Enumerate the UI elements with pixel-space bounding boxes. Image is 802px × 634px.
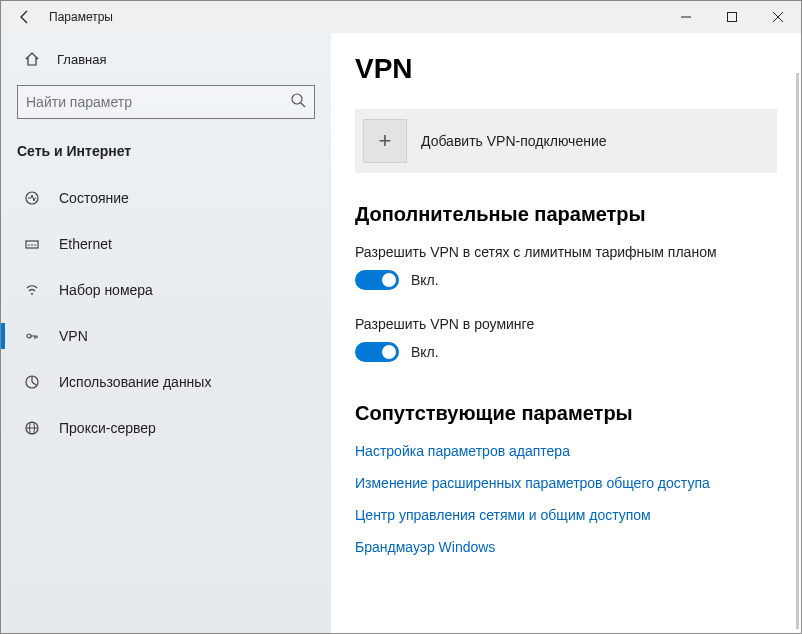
add-vpn-label: Добавить VPN-подключение (421, 133, 607, 149)
svg-point-8 (31, 293, 33, 295)
link-firewall[interactable]: Брандмауэр Windows (355, 539, 777, 555)
sidebar-item-label: Использование данных (59, 374, 211, 390)
roaming-vpn-label: Разрешить VPN в роуминге (355, 316, 777, 332)
link-network-center[interactable]: Центр управления сетями и общим доступом (355, 507, 777, 523)
sidebar-item-proxy[interactable]: Прокси-сервер (1, 405, 331, 451)
back-button[interactable] (1, 1, 49, 33)
search-input[interactable] (17, 85, 315, 119)
settings-window: Параметры Главная Сеть и Интернет (0, 0, 802, 634)
search-field[interactable] (26, 94, 290, 110)
metered-vpn-label: Разрешить VPN в сетях с лимитным тарифны… (355, 244, 777, 260)
window-title: Параметры (49, 10, 113, 24)
plus-icon: + (363, 119, 407, 163)
related-heading: Сопутствующие параметры (355, 402, 777, 425)
add-vpn-button[interactable]: + Добавить VPN-подключение (355, 109, 777, 173)
svg-point-4 (292, 94, 302, 104)
dialup-icon (23, 281, 41, 299)
maximize-button[interactable] (709, 1, 755, 33)
ethernet-icon (23, 235, 41, 253)
svg-rect-1 (728, 13, 737, 22)
svg-point-9 (27, 334, 31, 338)
link-adapter-settings[interactable]: Настройка параметров адаптера (355, 443, 777, 459)
roaming-vpn-toggle[interactable] (355, 342, 399, 362)
status-icon (23, 189, 41, 207)
page-title: VPN (355, 53, 777, 85)
home-label: Главная (57, 52, 106, 67)
home-button[interactable]: Главная (1, 39, 331, 79)
sidebar-item-dialup[interactable]: Набор номера (1, 267, 331, 313)
roaming-vpn-state: Вкл. (411, 344, 439, 360)
proxy-icon (23, 419, 41, 437)
minimize-button[interactable] (663, 1, 709, 33)
vpn-icon (23, 327, 41, 345)
sidebar-item-ethernet[interactable]: Ethernet (1, 221, 331, 267)
sidebar-item-label: Прокси-сервер (59, 420, 156, 436)
sidebar: Главная Сеть и Интернет Состояние Ethern… (1, 33, 331, 633)
svg-line-5 (301, 103, 305, 107)
sidebar-item-status[interactable]: Состояние (1, 175, 331, 221)
sidebar-item-vpn[interactable]: VPN (1, 313, 331, 359)
sidebar-item-label: Ethernet (59, 236, 112, 252)
advanced-heading: Дополнительные параметры (355, 203, 777, 226)
section-heading: Сеть и Интернет (1, 133, 331, 175)
datausage-icon (23, 373, 41, 391)
home-icon (23, 50, 41, 68)
sidebar-item-datausage[interactable]: Использование данных (1, 359, 331, 405)
close-button[interactable] (755, 1, 801, 33)
link-advanced-sharing[interactable]: Изменение расширенных параметров общего … (355, 475, 777, 491)
sidebar-item-label: Набор номера (59, 282, 153, 298)
metered-vpn-toggle[interactable] (355, 270, 399, 290)
titlebar: Параметры (1, 1, 801, 33)
search-icon (290, 92, 306, 112)
sidebar-item-label: VPN (59, 328, 88, 344)
metered-vpn-state: Вкл. (411, 272, 439, 288)
sidebar-item-label: Состояние (59, 190, 129, 206)
content-pane: VPN + Добавить VPN-подключение Дополните… (331, 33, 801, 633)
scrollbar[interactable] (796, 73, 799, 629)
